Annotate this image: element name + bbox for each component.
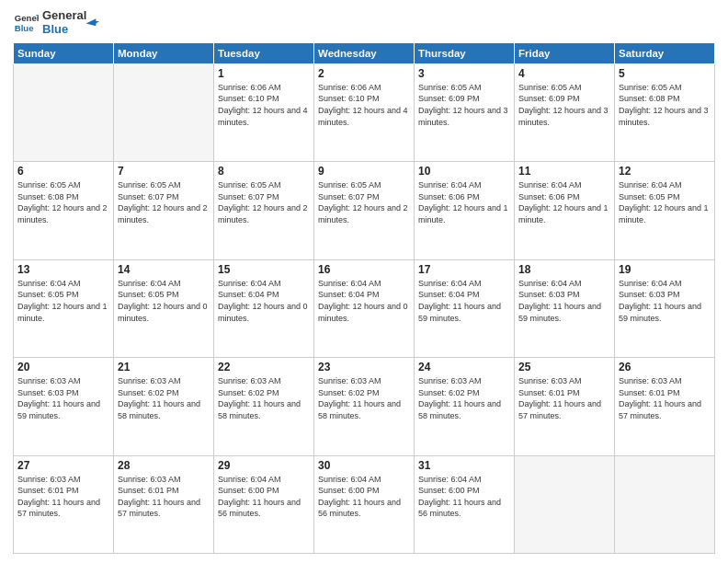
day-number: 17 [418, 263, 510, 276]
calendar-cell: 4Sunrise: 6:05 AMSunset: 6:09 PMDaylight… [515, 63, 615, 161]
day-info: Sunrise: 6:04 AMSunset: 6:05 PMDaylight:… [17, 278, 109, 324]
calendar-cell: 30Sunrise: 6:04 AMSunset: 6:00 PMDayligh… [314, 455, 415, 553]
day-info: Sunrise: 6:03 AMSunset: 6:02 PMDaylight:… [218, 375, 310, 421]
logo-blue: Blue [42, 23, 86, 37]
calendar-cell: 11Sunrise: 6:04 AMSunset: 6:06 PMDayligh… [515, 162, 615, 259]
calendar-cell: 21Sunrise: 6:03 AMSunset: 6:02 PMDayligh… [114, 358, 214, 455]
day-info: Sunrise: 6:06 AMSunset: 6:10 PMDaylight:… [318, 82, 410, 128]
calendar-cell: 18Sunrise: 6:04 AMSunset: 6:03 PMDayligh… [515, 259, 615, 357]
day-info: Sunrise: 6:05 AMSunset: 6:07 PMDaylight:… [118, 179, 210, 225]
day-number: 9 [318, 165, 410, 178]
day-info: Sunrise: 6:05 AMSunset: 6:08 PMDaylight:… [17, 179, 109, 225]
day-number: 3 [418, 67, 510, 80]
day-info: Sunrise: 6:05 AMSunset: 6:09 PMDaylight:… [518, 82, 610, 128]
day-info: Sunrise: 6:05 AMSunset: 6:07 PMDaylight:… [218, 179, 310, 225]
day-number: 5 [619, 67, 711, 80]
calendar-cell: 27Sunrise: 6:03 AMSunset: 6:01 PMDayligh… [14, 455, 114, 553]
calendar-cell: 20Sunrise: 6:03 AMSunset: 6:03 PMDayligh… [14, 358, 114, 455]
calendar-cell [515, 455, 615, 553]
day-number: 1 [218, 67, 310, 80]
day-info: Sunrise: 6:05 AMSunset: 6:08 PMDaylight:… [619, 82, 711, 128]
day-number: 16 [318, 263, 410, 276]
day-number: 6 [17, 165, 109, 178]
day-number: 7 [118, 165, 210, 178]
calendar-cell: 2Sunrise: 6:06 AMSunset: 6:10 PMDaylight… [314, 63, 415, 161]
calendar-cell [114, 63, 214, 161]
logo: General Blue General Blue [13, 9, 99, 37]
day-number: 27 [17, 459, 109, 472]
calendar-cell: 9Sunrise: 6:05 AMSunset: 6:07 PMDaylight… [314, 162, 415, 259]
day-number: 24 [418, 361, 510, 373]
day-number: 8 [218, 165, 310, 178]
calendar-cell: 28Sunrise: 6:03 AMSunset: 6:01 PMDayligh… [114, 455, 214, 553]
day-info: Sunrise: 6:03 AMSunset: 6:03 PMDaylight:… [17, 375, 109, 421]
calendar-cell: 24Sunrise: 6:03 AMSunset: 6:02 PMDayligh… [415, 358, 515, 455]
day-info: Sunrise: 6:03 AMSunset: 6:02 PMDaylight:… [118, 375, 210, 421]
calendar-week-row: 13Sunrise: 6:04 AMSunset: 6:05 PMDayligh… [14, 259, 715, 357]
header: General Blue General Blue [13, 9, 715, 37]
weekday-header: Friday [515, 42, 615, 63]
day-info: Sunrise: 6:05 AMSunset: 6:09 PMDaylight:… [418, 82, 510, 128]
calendar-cell [14, 63, 114, 161]
calendar-cell: 26Sunrise: 6:03 AMSunset: 6:01 PMDayligh… [615, 358, 715, 455]
calendar: SundayMondayTuesdayWednesdayThursdayFrid… [13, 42, 715, 554]
day-number: 30 [318, 459, 410, 472]
day-info: Sunrise: 6:04 AMSunset: 6:04 PMDaylight:… [218, 278, 310, 324]
day-info: Sunrise: 6:05 AMSunset: 6:07 PMDaylight:… [318, 179, 410, 225]
calendar-header-row: SundayMondayTuesdayWednesdayThursdayFrid… [14, 42, 715, 63]
calendar-cell: 12Sunrise: 6:04 AMSunset: 6:05 PMDayligh… [615, 162, 715, 259]
logo-arrow-icon [83, 12, 99, 29]
calendar-cell: 13Sunrise: 6:04 AMSunset: 6:05 PMDayligh… [14, 259, 114, 357]
day-info: Sunrise: 6:04 AMSunset: 6:00 PMDaylight:… [318, 474, 410, 520]
day-info: Sunrise: 6:04 AMSunset: 6:06 PMDaylight:… [418, 179, 510, 225]
day-number: 10 [418, 165, 510, 178]
calendar-cell [615, 455, 715, 553]
day-info: Sunrise: 6:03 AMSunset: 6:02 PMDaylight:… [418, 375, 510, 421]
calendar-cell: 31Sunrise: 6:04 AMSunset: 6:00 PMDayligh… [415, 455, 515, 553]
calendar-cell: 19Sunrise: 6:04 AMSunset: 6:03 PMDayligh… [615, 259, 715, 357]
day-number: 11 [518, 165, 610, 178]
weekday-header: Monday [114, 42, 214, 63]
day-info: Sunrise: 6:03 AMSunset: 6:01 PMDaylight:… [118, 474, 210, 520]
day-number: 14 [118, 263, 210, 276]
day-info: Sunrise: 6:06 AMSunset: 6:10 PMDaylight:… [218, 82, 310, 128]
day-info: Sunrise: 6:04 AMSunset: 6:04 PMDaylight:… [318, 278, 410, 324]
day-number: 4 [518, 67, 610, 80]
calendar-cell: 22Sunrise: 6:03 AMSunset: 6:02 PMDayligh… [214, 358, 314, 455]
calendar-cell: 5Sunrise: 6:05 AMSunset: 6:08 PMDaylight… [615, 63, 715, 161]
day-info: Sunrise: 6:04 AMSunset: 6:06 PMDaylight:… [518, 179, 610, 225]
svg-text:General: General [15, 13, 39, 23]
day-number: 23 [318, 361, 410, 373]
day-number: 29 [218, 459, 310, 472]
day-number: 21 [118, 361, 210, 373]
day-number: 18 [518, 263, 610, 276]
day-info: Sunrise: 6:04 AMSunset: 6:03 PMDaylight:… [518, 278, 610, 324]
day-number: 19 [619, 263, 711, 276]
calendar-cell: 16Sunrise: 6:04 AMSunset: 6:04 PMDayligh… [314, 259, 415, 357]
calendar-cell: 25Sunrise: 6:03 AMSunset: 6:01 PMDayligh… [515, 358, 615, 455]
weekday-header: Thursday [415, 42, 515, 63]
weekday-header: Saturday [615, 42, 715, 63]
weekday-header: Wednesday [314, 42, 415, 63]
day-number: 31 [418, 459, 510, 472]
day-number: 22 [218, 361, 310, 373]
day-info: Sunrise: 6:04 AMSunset: 6:00 PMDaylight:… [418, 474, 510, 520]
day-number: 28 [118, 459, 210, 472]
day-number: 25 [518, 361, 610, 373]
day-info: Sunrise: 6:04 AMSunset: 6:05 PMDaylight:… [118, 278, 210, 324]
svg-text:Blue: Blue [15, 23, 34, 33]
calendar-week-row: 6Sunrise: 6:05 AMSunset: 6:08 PMDaylight… [14, 162, 715, 259]
calendar-cell: 29Sunrise: 6:04 AMSunset: 6:00 PMDayligh… [214, 455, 314, 553]
calendar-week-row: 20Sunrise: 6:03 AMSunset: 6:03 PMDayligh… [14, 358, 715, 455]
day-number: 12 [619, 165, 711, 178]
calendar-cell: 8Sunrise: 6:05 AMSunset: 6:07 PMDaylight… [214, 162, 314, 259]
calendar-cell: 15Sunrise: 6:04 AMSunset: 6:04 PMDayligh… [214, 259, 314, 357]
day-info: Sunrise: 6:03 AMSunset: 6:01 PMDaylight:… [518, 375, 610, 421]
day-info: Sunrise: 6:03 AMSunset: 6:01 PMDaylight:… [619, 375, 711, 421]
day-number: 13 [17, 263, 109, 276]
calendar-cell: 1Sunrise: 6:06 AMSunset: 6:10 PMDaylight… [214, 63, 314, 161]
calendar-cell: 7Sunrise: 6:05 AMSunset: 6:07 PMDaylight… [114, 162, 214, 259]
day-number: 26 [619, 361, 711, 373]
page: General Blue General Blue SundayMondayTu… [0, 0, 728, 563]
calendar-cell: 17Sunrise: 6:04 AMSunset: 6:04 PMDayligh… [415, 259, 515, 357]
